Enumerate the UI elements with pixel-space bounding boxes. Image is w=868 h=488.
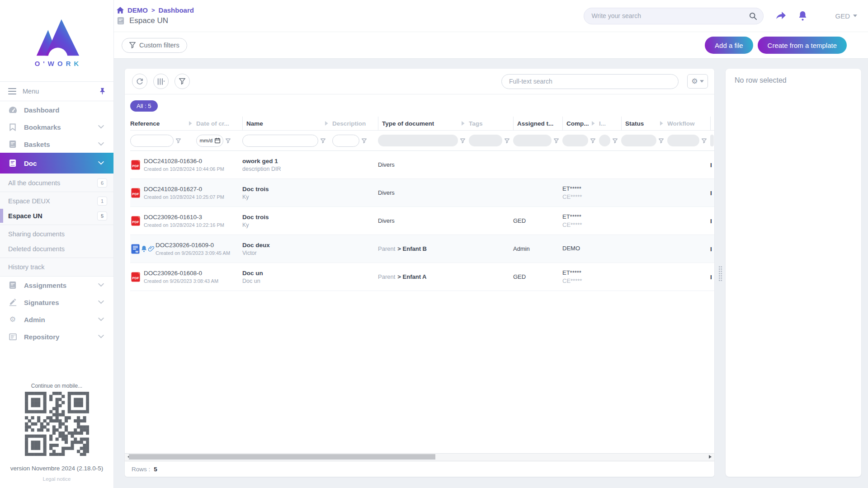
column-header[interactable]: Tags <box>469 117 513 130</box>
column-header[interactable]: I... <box>599 117 621 130</box>
y-cell: I <box>710 217 714 225</box>
filter-funnel-icon <box>659 138 664 143</box>
svg-text:w: w <box>135 249 138 253</box>
columns-button[interactable] <box>153 74 169 89</box>
sidebar-item-doc[interactable]: Doc <box>0 153 113 174</box>
file-icon-cell: PDF <box>130 216 144 226</box>
column-header[interactable]: Name <box>242 117 332 130</box>
space-book-icon <box>117 17 124 25</box>
column-header[interactable]: Type of document <box>378 117 469 130</box>
sidebar-item-label: Assignments <box>24 282 90 289</box>
column-filter <box>332 135 378 147</box>
scrollbar-thumb[interactable] <box>129 454 435 460</box>
column-header[interactable]: Description <box>332 117 378 130</box>
gear-icon: ⚙ <box>8 316 17 323</box>
chevron-down-icon <box>96 283 105 287</box>
column-header[interactable]: Assigned t... <box>513 117 562 130</box>
scroll-right-arrow-icon[interactable] <box>709 455 713 459</box>
detail-panel: No row selected <box>726 69 861 477</box>
reference-text: DOC230926-01610-3 <box>144 214 242 221</box>
sort-arrow-icon <box>461 121 465 126</box>
filter-input[interactable] <box>130 135 174 147</box>
sidebar-item-label: Admin <box>24 316 90 324</box>
legal-notice-link[interactable]: Legal notice <box>0 476 113 482</box>
search-icon[interactable] <box>749 12 757 20</box>
column-header-label: Reference <box>130 120 160 127</box>
filter-funnel-icon <box>176 138 181 143</box>
account-menu[interactable]: GED <box>835 12 857 20</box>
company-cell: DEMO <box>562 245 599 253</box>
table-row[interactable]: PDFDOC241028-01627-0Created on 10/28/202… <box>130 179 714 207</box>
y-cell: I <box>710 189 714 197</box>
table-row[interactable]: wDOC230926-01609-0Created on 9/26/2023 3… <box>130 235 714 263</box>
filter-input[interactable] <box>332 135 359 147</box>
document-name: Doc deux <box>242 242 332 249</box>
svg-text:PDF: PDF <box>132 192 139 196</box>
date-filter-input[interactable] <box>200 138 213 143</box>
column-header[interactable]: Comp... <box>562 117 599 130</box>
type-parent: Parent <box>378 245 395 252</box>
sidebar-item-baskets[interactable]: Baskets <box>0 136 113 153</box>
filter-funnel-icon <box>362 138 367 143</box>
refresh-button[interactable] <box>132 74 147 89</box>
custom-filters-button[interactable]: Custom filters <box>122 38 187 53</box>
signature-icon <box>8 299 17 306</box>
column-header[interactable]: Workflow <box>667 117 710 130</box>
sidebar-subitem[interactable]: Sharing documents <box>0 226 113 241</box>
sidebar-subitem[interactable]: Espace DEUX1 <box>0 193 113 208</box>
add-file-button[interactable]: Add a file <box>705 37 753 54</box>
panel-splitter <box>714 69 726 477</box>
filter-button[interactable] <box>175 74 190 89</box>
pdf-file-icon: PDF <box>131 188 140 198</box>
all-count-badge[interactable]: All : 5 <box>130 100 158 112</box>
pin-icon[interactable] <box>99 88 105 95</box>
funnel-icon <box>129 42 136 48</box>
horizontal-scrollbar[interactable] <box>125 453 714 461</box>
sidebar-subitem[interactable]: All the documents6 <box>0 175 113 190</box>
column-header[interactable]: Date of cr... <box>196 117 242 130</box>
bell-icon[interactable] <box>798 11 807 21</box>
column-header-label: Assigned t... <box>517 120 553 127</box>
global-search-input[interactable] <box>590 12 749 20</box>
fulltext-search-input[interactable] <box>508 77 676 85</box>
column-filter <box>378 135 469 146</box>
filter-funnel-icon <box>613 138 618 143</box>
sidebar-subitem[interactable]: Deleted documents <box>0 241 113 256</box>
home-icon[interactable] <box>117 7 124 14</box>
breadcrumb-root[interactable]: DEMO <box>127 6 148 14</box>
column-header[interactable]: Reference <box>130 117 196 130</box>
table-row[interactable]: PDFDOC241028-01636-0Created on 10/28/202… <box>130 151 714 179</box>
file-icon-cell: PDF <box>130 272 144 282</box>
clipped-text: I <box>710 190 712 197</box>
column-filter <box>242 135 332 147</box>
sidebar-subitem[interactable]: Espace UN5 <box>0 208 113 223</box>
create-from-template-button[interactable]: Create from a template <box>758 37 847 54</box>
sidebar-item-admin[interactable]: ⚙Admin <box>0 311 113 328</box>
breadcrumb-current[interactable]: Dashboard <box>159 6 194 14</box>
table-settings-button[interactable]: ⚙ <box>687 74 708 89</box>
sidebar-item-repository[interactable]: Repository <box>0 328 113 345</box>
splitter-drag-handle[interactable] <box>718 266 722 282</box>
file-icon-cell: PDF <box>130 160 144 170</box>
sidebar-item-dashboard[interactable]: Dashboard <box>0 101 113 118</box>
doc-submenu: All the documents6Espace DEUX1Espace UN5… <box>0 174 113 277</box>
sidebar-item-assignments[interactable]: Assignments <box>0 277 113 294</box>
sidebar-item-bookmarks[interactable]: Bookmarks <box>0 118 113 136</box>
column-header[interactable]: Y... <box>710 117 714 130</box>
table-row[interactable]: PDFDOC230926-01610-3Created on 10/28/202… <box>130 207 714 235</box>
filter-input[interactable] <box>242 135 318 147</box>
column-header[interactable]: Status <box>621 117 667 130</box>
table-row[interactable]: PDFDOC230926-01608-0Created on 9/26/2023… <box>130 263 714 291</box>
sidebar-item-signatures[interactable]: Signatures <box>0 294 113 311</box>
table-footer: Rows : 5 <box>125 461 714 477</box>
sidebar-subitem[interactable]: History track <box>0 259 113 274</box>
type-value: Divers <box>378 217 395 224</box>
sort-arrow-icon <box>325 121 328 126</box>
column-filter <box>513 135 562 146</box>
assigned-cell: Admin <box>513 245 562 252</box>
hamburger-icon[interactable] <box>8 88 16 94</box>
owork-logo-icon <box>32 16 82 58</box>
sidebar-subitem-label: All the documents <box>8 179 97 187</box>
name-cell: Doc troisKy <box>242 186 332 200</box>
share-icon[interactable] <box>776 12 786 20</box>
